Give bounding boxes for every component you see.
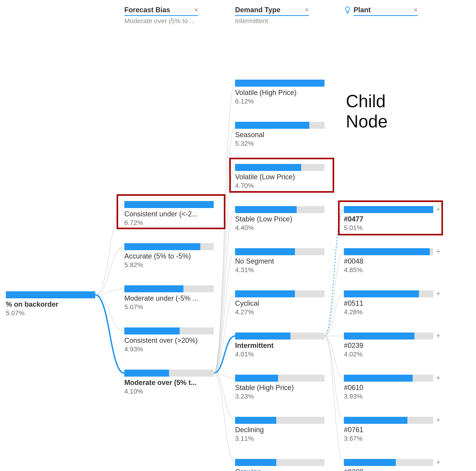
node-value: 3.93%: [344, 392, 433, 400]
node-bar-fill: [235, 80, 324, 87]
tree-node[interactable]: Cyclical4.27%: [235, 290, 324, 316]
node-label: #0610: [344, 384, 433, 392]
connector-line: [214, 125, 235, 373]
column-title: Forecast Bias: [124, 6, 170, 14]
column-header-forecast_bias: Forecast Bias×Moderate over (5% to ...: [124, 6, 198, 25]
header-underline: [354, 15, 418, 16]
node-bar-fill: [235, 290, 295, 297]
node-bar-fill: [124, 327, 180, 335]
tree-node[interactable]: #07613.67%: [344, 417, 433, 442]
connector-line: [324, 336, 344, 378]
annotation-line: Node: [346, 112, 388, 132]
node-label: Moderate under (-5% ...: [124, 294, 214, 303]
tree-node[interactable]: #02394.02%: [344, 333, 433, 358]
tree-node[interactable]: Seasonal5.32%: [235, 122, 324, 147]
node-bar: [124, 370, 214, 377]
node-bar-fill: [344, 417, 408, 424]
tree-node[interactable]: #02883.00%: [344, 459, 433, 471]
tree-node[interactable]: Growing3.08%: [235, 459, 324, 471]
close-icon[interactable]: ×: [194, 6, 198, 13]
node-bar-fill: [235, 417, 276, 424]
node-label: Intermittent: [235, 341, 324, 350]
node-bar: [235, 164, 324, 171]
expand-icon[interactable]: +: [436, 332, 441, 339]
tree-node[interactable]: #00484.85%: [344, 248, 433, 274]
node-bar-fill: [344, 333, 414, 339]
tree-node[interactable]: Moderate under (-5% ...5.07%: [124, 285, 214, 311]
node-value: 3.23%: [235, 392, 324, 400]
node-label: Volatile (Low Price): [235, 173, 324, 181]
close-icon[interactable]: ×: [305, 6, 309, 13]
node-bar: [124, 243, 214, 250]
expand-icon[interactable]: +: [436, 247, 441, 255]
tree-node[interactable]: Intermittent4.01%: [235, 333, 324, 358]
node-bar: [235, 333, 324, 339]
node-value: 3.11%: [235, 435, 324, 442]
node-bar: [235, 248, 324, 255]
header-underline: [235, 15, 309, 16]
node-value: 4.28%: [344, 308, 433, 316]
tree-node[interactable]: Volatile (High Price)6.12%: [235, 80, 324, 105]
node-label: Stable (High Price): [235, 384, 324, 392]
connector-line: [324, 252, 344, 336]
node-value: 6.12%: [235, 98, 324, 105]
expand-icon[interactable]: +: [436, 374, 441, 382]
connector-line: [214, 373, 235, 420]
tree-node[interactable]: No Segment4.31%: [235, 248, 324, 274]
node-label: #0761: [344, 426, 433, 434]
connector-line: [214, 210, 235, 373]
tree-node[interactable]: #05114.28%: [344, 290, 433, 316]
node-label: % on backorder: [6, 300, 95, 308]
close-icon[interactable]: ×: [414, 6, 418, 13]
expand-icon[interactable]: +: [436, 416, 441, 424]
annotation-label: ChildNode: [346, 91, 388, 132]
tree-node[interactable]: Stable (High Price)3.23%: [235, 375, 324, 400]
tree-node[interactable]: #04775.01%: [344, 206, 433, 232]
node-value: 3.67%: [344, 435, 433, 442]
connector-line: [324, 336, 344, 462]
node-bar: [124, 201, 214, 208]
node-label: Accurate (5% to -5%): [124, 252, 214, 260]
tree-node[interactable]: Stable (Low Price)4.40%: [235, 206, 324, 232]
tree-node[interactable]: Moderate over (5% t...4.10%: [124, 370, 214, 395]
expand-icon[interactable]: +: [436, 458, 441, 466]
node-label: Seasonal: [235, 131, 324, 139]
node-label: #0477: [344, 215, 433, 223]
column-header-demand_type: Demand Type×Intermittent: [235, 6, 309, 25]
node-label: Moderate over (5% t...: [124, 379, 214, 387]
connector-line: [324, 294, 344, 336]
node-value: 6.72%: [124, 219, 214, 226]
connector-line: [214, 252, 235, 373]
tree-node[interactable]: Declining3.11%: [235, 417, 324, 442]
node-bar: [235, 290, 324, 297]
node-value: 5.82%: [124, 261, 214, 269]
expand-icon[interactable]: +: [436, 205, 441, 213]
tree-node[interactable]: Consistent over (>20%)4.93%: [124, 327, 214, 353]
node-bar: [344, 333, 433, 339]
node-bar-fill: [235, 122, 309, 129]
node-label: Volatile (High Price): [235, 89, 324, 97]
node-bar-fill: [124, 201, 214, 208]
connector-line: [324, 336, 344, 420]
tree-node[interactable]: Volatile (Low Price)4.70%: [235, 164, 324, 189]
node-bar: [235, 122, 324, 129]
node-label: No Segment: [235, 257, 324, 265]
connector-line: [214, 336, 235, 373]
node-bar-fill: [235, 333, 290, 339]
node-bar-fill: [344, 248, 430, 255]
node-bar-fill: [344, 206, 433, 213]
node-bar-fill: [344, 375, 413, 382]
node-bar: [124, 285, 214, 292]
column-subtitle: Intermittent: [235, 17, 309, 25]
tree-node[interactable]: % on backorder5.07%: [6, 291, 95, 317]
tree-node[interactable]: Accurate (5% to -5%)5.82%: [124, 243, 214, 269]
node-label: Growing: [235, 468, 324, 471]
node-value: 4.70%: [235, 182, 324, 189]
tree-node[interactable]: #06103.93%: [344, 375, 433, 400]
connector-line: [95, 204, 124, 295]
connector-line: [95, 289, 124, 295]
expand-icon[interactable]: +: [436, 290, 441, 297]
tree-node[interactable]: Consistent under (<-2...6.72%: [124, 201, 214, 226]
connector-line: [214, 373, 235, 378]
node-value: 4.10%: [124, 387, 214, 395]
